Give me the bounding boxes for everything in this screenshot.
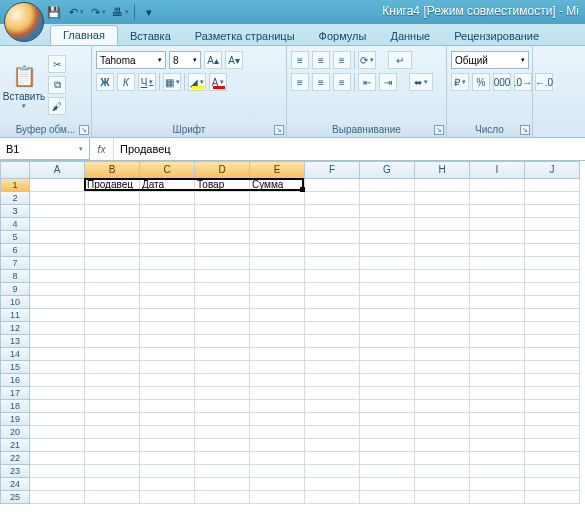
italic-button[interactable]: К bbox=[117, 73, 135, 91]
font-dialog-launcher[interactable]: ↘ bbox=[274, 125, 284, 135]
cell-J7[interactable] bbox=[525, 257, 580, 270]
cell-D10[interactable] bbox=[195, 296, 250, 309]
cell-F16[interactable] bbox=[305, 374, 360, 387]
decrease-indent-button[interactable]: ⇤ bbox=[358, 73, 376, 91]
cell-H10[interactable] bbox=[415, 296, 470, 309]
percent-button[interactable]: % bbox=[472, 73, 490, 91]
cell-G5[interactable] bbox=[360, 231, 415, 244]
cell-A7[interactable] bbox=[30, 257, 85, 270]
cell-I24[interactable] bbox=[470, 478, 525, 491]
cell-E5[interactable] bbox=[250, 231, 305, 244]
cell-I20[interactable] bbox=[470, 426, 525, 439]
cell-G20[interactable] bbox=[360, 426, 415, 439]
row-header-13[interactable]: 13 bbox=[0, 335, 30, 348]
cell-D2[interactable] bbox=[195, 192, 250, 205]
cell-D5[interactable] bbox=[195, 231, 250, 244]
cell-I18[interactable] bbox=[470, 400, 525, 413]
cell-G7[interactable] bbox=[360, 257, 415, 270]
cell-A25[interactable] bbox=[30, 491, 85, 504]
cell-D19[interactable] bbox=[195, 413, 250, 426]
formula-input[interactable]: Продавец bbox=[114, 143, 585, 155]
cell-F18[interactable] bbox=[305, 400, 360, 413]
cell-G11[interactable] bbox=[360, 309, 415, 322]
cell-E10[interactable] bbox=[250, 296, 305, 309]
cell-J13[interactable] bbox=[525, 335, 580, 348]
cell-I1[interactable] bbox=[470, 179, 525, 192]
cell-E6[interactable] bbox=[250, 244, 305, 257]
cell-B10[interactable] bbox=[85, 296, 140, 309]
row-header-19[interactable]: 19 bbox=[0, 413, 30, 426]
cell-F2[interactable] bbox=[305, 192, 360, 205]
row-header-6[interactable]: 6 bbox=[0, 244, 30, 257]
tab-Главная[interactable]: Главная bbox=[50, 25, 118, 45]
cell-A16[interactable] bbox=[30, 374, 85, 387]
cell-C10[interactable] bbox=[140, 296, 195, 309]
cell-J11[interactable] bbox=[525, 309, 580, 322]
borders-button[interactable]: ▦ bbox=[163, 73, 181, 91]
cell-H18[interactable] bbox=[415, 400, 470, 413]
cell-G2[interactable] bbox=[360, 192, 415, 205]
cell-C5[interactable] bbox=[140, 231, 195, 244]
cell-F22[interactable] bbox=[305, 452, 360, 465]
cell-E15[interactable] bbox=[250, 361, 305, 374]
cell-H16[interactable] bbox=[415, 374, 470, 387]
cell-H23[interactable] bbox=[415, 465, 470, 478]
cell-E8[interactable] bbox=[250, 270, 305, 283]
name-box[interactable]: B1▾ bbox=[0, 138, 90, 160]
row-header-18[interactable]: 18 bbox=[0, 400, 30, 413]
cell-B21[interactable] bbox=[85, 439, 140, 452]
cell-A22[interactable] bbox=[30, 452, 85, 465]
save-icon[interactable]: 💾 bbox=[46, 4, 62, 20]
redo-icon[interactable]: ↷ bbox=[90, 4, 106, 20]
align-left-button[interactable]: ≡ bbox=[291, 73, 309, 91]
cell-C4[interactable] bbox=[140, 218, 195, 231]
cell-D11[interactable] bbox=[195, 309, 250, 322]
cell-J9[interactable] bbox=[525, 283, 580, 296]
cell-F5[interactable] bbox=[305, 231, 360, 244]
cell-D25[interactable] bbox=[195, 491, 250, 504]
cell-D24[interactable] bbox=[195, 478, 250, 491]
cell-G4[interactable] bbox=[360, 218, 415, 231]
cell-D13[interactable] bbox=[195, 335, 250, 348]
cell-J3[interactable] bbox=[525, 205, 580, 218]
cell-A11[interactable] bbox=[30, 309, 85, 322]
cell-H21[interactable] bbox=[415, 439, 470, 452]
cell-F17[interactable] bbox=[305, 387, 360, 400]
cell-E18[interactable] bbox=[250, 400, 305, 413]
qat-customize-icon[interactable]: ▾ bbox=[141, 4, 157, 20]
cell-B23[interactable] bbox=[85, 465, 140, 478]
cell-H11[interactable] bbox=[415, 309, 470, 322]
cell-H19[interactable] bbox=[415, 413, 470, 426]
cell-E12[interactable] bbox=[250, 322, 305, 335]
align-middle-button[interactable]: ≡ bbox=[312, 51, 330, 69]
cell-G10[interactable] bbox=[360, 296, 415, 309]
col-header-I[interactable]: I bbox=[470, 161, 525, 179]
number-dialog-launcher[interactable]: ↘ bbox=[520, 125, 530, 135]
cell-H25[interactable] bbox=[415, 491, 470, 504]
cell-C1[interactable]: Дата bbox=[140, 179, 195, 192]
cell-H2[interactable] bbox=[415, 192, 470, 205]
cell-A12[interactable] bbox=[30, 322, 85, 335]
cell-G24[interactable] bbox=[360, 478, 415, 491]
cell-J5[interactable] bbox=[525, 231, 580, 244]
cell-J23[interactable] bbox=[525, 465, 580, 478]
cell-F7[interactable] bbox=[305, 257, 360, 270]
undo-icon[interactable]: ↶ bbox=[68, 4, 84, 20]
cell-J20[interactable] bbox=[525, 426, 580, 439]
cell-J1[interactable] bbox=[525, 179, 580, 192]
cell-J17[interactable] bbox=[525, 387, 580, 400]
row-header-10[interactable]: 10 bbox=[0, 296, 30, 309]
cell-H1[interactable] bbox=[415, 179, 470, 192]
cell-E4[interactable] bbox=[250, 218, 305, 231]
number-format-combo[interactable]: Общий▾ bbox=[451, 51, 529, 69]
cell-B25[interactable] bbox=[85, 491, 140, 504]
cell-J21[interactable] bbox=[525, 439, 580, 452]
cell-C15[interactable] bbox=[140, 361, 195, 374]
bold-button[interactable]: Ж bbox=[96, 73, 114, 91]
row-header-9[interactable]: 9 bbox=[0, 283, 30, 296]
cell-A1[interactable] bbox=[30, 179, 85, 192]
cell-I2[interactable] bbox=[470, 192, 525, 205]
cell-E19[interactable] bbox=[250, 413, 305, 426]
cell-D12[interactable] bbox=[195, 322, 250, 335]
paste-button[interactable]: 📋 Вставить ▾ bbox=[4, 61, 44, 110]
